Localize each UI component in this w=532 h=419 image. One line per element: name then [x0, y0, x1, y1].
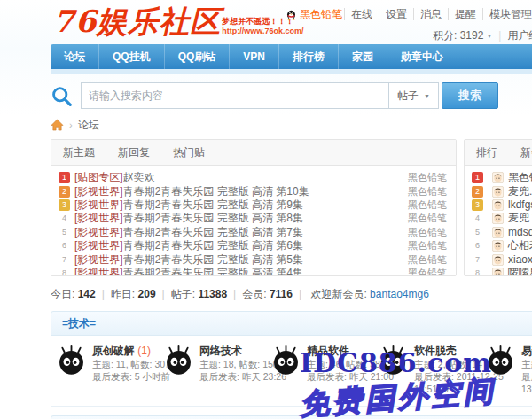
thread-author[interactable]: 黑色铅笔	[401, 185, 447, 198]
section-header[interactable]: =QQ=	[51, 415, 532, 419]
forum-block: 原创破解 (1) 主题: 11, 帖数: 307 最后发表: 5 小时前	[55, 345, 162, 395]
user-menu: 在线设置消息提醒模块管理管理中心	[344, 7, 532, 22]
forum-icon[interactable]	[484, 345, 517, 377]
forum-link[interactable]: 易语言交流	[521, 345, 532, 357]
stat-value: 7116	[270, 288, 293, 300]
forum-stats: 今日: 142|昨日: 209|帖子: 11388|会员: 7116| 欢迎新会…	[51, 287, 532, 302]
new-member-link[interactable]: bantao4mg6	[370, 288, 429, 300]
thread-row[interactable]: 3 [影视世界] 青春期2青春失乐园 完整版 高清 第9集 黑色铅笔	[59, 198, 447, 212]
member-row[interactable]: 7 xiaoxing123	[472, 252, 532, 266]
forum-section: =QQ= QQ技术交流 (1) 主题: 183, 帖数: 1462 最后发表: …	[51, 415, 532, 419]
rank-badge: 4	[472, 213, 483, 224]
nav-item[interactable]: 排行榜	[278, 44, 338, 69]
thread-author[interactable]: 黑色铅笔	[401, 212, 447, 225]
forum-section: =技术= 原创破解 (1) 主题: 11, 帖数: 307 最后发表: 5 小时…	[51, 311, 532, 407]
member-list: 1 黑色铅笔 2 麦兜...小峰 3 lkdfgs	[465, 166, 532, 276]
forum-link[interactable]: 网络技术	[200, 345, 242, 357]
rank-badge: 3	[59, 199, 70, 211]
search-button[interactable]: 搜索	[442, 82, 498, 109]
breadcrumb-forum-link[interactable]: 论坛	[78, 118, 99, 133]
thread-tab[interactable]: 热门贴	[161, 140, 216, 165]
qq-icon	[286, 9, 297, 20]
member-name[interactable]: lkdfgs	[508, 198, 532, 211]
user-menu-link[interactable]: 模块管理	[482, 8, 532, 20]
main-nav: 论坛QQ挂机QQ刷钻VPN排行榜家园勋章中心	[51, 44, 532, 69]
thread-title[interactable]: 青春期2青春失乐园 完整版 高清 第4集	[123, 266, 303, 276]
home-icon[interactable]	[51, 119, 64, 131]
forum-topic-stats: 主题: 14, 帖数: 60	[521, 358, 532, 370]
rank-badge: 5	[59, 227, 70, 238]
site-logo[interactable]: 76娱乐社区	[53, 2, 221, 41]
forum-icon[interactable]	[270, 345, 302, 377]
thread-row[interactable]: 2 [影视世界] 青春期2青春失乐园 完整版 高清 第10集 黑色铅笔	[59, 184, 447, 198]
member-row[interactable]: 2 麦兜...小峰	[472, 184, 532, 198]
ranking-tab[interactable]: 排行	[465, 140, 509, 165]
avatar	[492, 186, 504, 198]
section-header[interactable]: =技术=	[51, 311, 532, 336]
page: 76娱乐社区 梦想并不遥远！！！ http://www.76ok.com/ 黑色…	[0, 0, 532, 419]
thread-category[interactable]: [影视世界]	[74, 266, 123, 276]
welcome-label: 欢迎新会员:	[310, 288, 366, 300]
thread-author[interactable]: 黑色铅笔	[401, 239, 447, 252]
search-input[interactable]	[81, 82, 388, 109]
nav-item[interactable]: 论坛	[51, 44, 98, 69]
thread-author[interactable]: 黑色铅笔	[401, 171, 447, 184]
member-row[interactable]: 8 啰嗦星	[472, 267, 532, 276]
thread-tab[interactable]: 新回复	[106, 140, 161, 165]
forum-last-post: 最后发表: 昨天 23:26	[200, 370, 270, 383]
member-row[interactable]: 1 黑色铅笔	[472, 171, 532, 184]
thread-row[interactable]: 6 [影视世界] 青春期2青春失乐园 完整版 高清 第6集 黑色铅笔	[59, 239, 447, 252]
nav-item[interactable]: VPN	[229, 44, 278, 69]
nav-item[interactable]: QQ挂机	[98, 44, 164, 69]
search-scope-select[interactable]: 帖子 ▼	[388, 82, 439, 109]
user-menu-link[interactable]: 提醒	[448, 8, 482, 20]
nav-item[interactable]: 家园	[338, 44, 387, 69]
divider: |	[233, 288, 236, 300]
rank-badge: 3	[472, 199, 483, 211]
member-name[interactable]: xiaoxing123	[508, 253, 532, 266]
nav-item[interactable]: QQ刷钻	[164, 44, 230, 69]
member-row[interactable]: 6 心相若则不离	[472, 239, 532, 252]
member-name[interactable]: 啰嗦星	[508, 266, 532, 276]
thread-panel: 新主题新回复热门贴 1 [贴图专区] 赵奕欢 黑色铅笔 2 [影视世界] 青春期…	[51, 139, 457, 276]
ranking-tab[interactable]: 新会员	[509, 140, 532, 165]
username-link[interactable]: 黑色铅笔	[300, 7, 342, 22]
user-menu-link[interactable]: 消息	[413, 8, 448, 20]
user-menu-link[interactable]: 设置	[379, 8, 413, 20]
thread-author[interactable]: 黑色铅笔	[401, 267, 447, 276]
member-name[interactable]: 麦兜丶_A姐	[508, 211, 532, 226]
thread-row[interactable]: 7 [影视世界] 青春期2青春失乐园 完整版 高清 第5集 黑色铅笔	[59, 252, 447, 266]
member-row[interactable]: 3 lkdfgs	[472, 198, 532, 212]
forum-icon[interactable]	[55, 345, 88, 377]
forum-link[interactable]: 原创破解	[92, 345, 135, 357]
forum-icon[interactable]	[377, 345, 410, 377]
thread-row[interactable]: 8 [影视世界] 青春期2青春失乐园 完整版 高清 第4集 黑色铅笔	[59, 267, 447, 276]
nav-item[interactable]: 勋章中心	[387, 44, 457, 69]
forum-topic-stats: 主题: 46, 帖数: 385	[307, 358, 377, 370]
thread-author[interactable]: 黑色铅笔	[401, 198, 447, 212]
member-row[interactable]: 5 mdsq	[472, 226, 532, 239]
points-dropdown[interactable]: 积分: 3192	[433, 29, 483, 42]
rank-badge: 8	[59, 268, 70, 276]
thread-author[interactable]: 黑色铅笔	[401, 226, 447, 239]
thread-author[interactable]: 黑色铅笔	[401, 253, 447, 267]
user-menu-link[interactable]: 在线	[344, 8, 379, 20]
forum-icon[interactable]	[162, 345, 195, 377]
member-name[interactable]: 麦兜...小峰	[508, 184, 532, 199]
thread-row[interactable]: 5 [影视世界] 青春期2青春失乐园 完整版 高清 第7集 黑色铅笔	[59, 226, 447, 239]
rank-badge: 1	[472, 172, 483, 183]
breadcrumb: › 论坛	[51, 118, 532, 132]
thread-row[interactable]: 4 [影视世界] 青春期2青春失乐园 完整版 高清 第8集 黑色铅笔	[59, 212, 447, 225]
thread-tab[interactable]: 新主题	[51, 140, 106, 165]
ranking-panel: 排行新会员 1 黑色铅笔 2 麦兜...小峰 3	[464, 139, 532, 276]
forum-link[interactable]: 软件脱壳	[414, 345, 457, 357]
forum-last-post: 最后发表: 昨天 21:00	[307, 370, 377, 383]
forum-block: 网络技术 主题: 18, 帖数: 150 最后发表: 昨天 23:26	[162, 345, 270, 395]
thread-row[interactable]: 1 [贴图专区] 赵奕欢 黑色铅笔	[59, 171, 447, 184]
usergroup-label: 用户组	[507, 29, 532, 42]
member-name[interactable]: mdsq	[508, 226, 532, 238]
rank-badge: 7	[59, 254, 70, 266]
forum-link[interactable]: 精品软件	[307, 345, 349, 357]
member-row[interactable]: 4 麦兜丶_A姐	[472, 212, 532, 225]
member-name[interactable]: 心相若则不离	[508, 238, 532, 253]
